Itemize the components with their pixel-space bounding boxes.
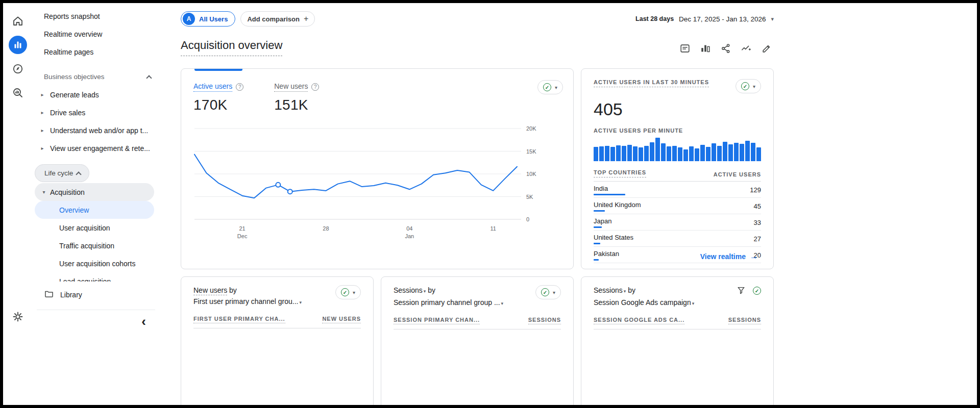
sidebar-item-user-acquisition-cohorts[interactable]: User acquisition cohorts — [35, 254, 154, 272]
caret-down-icon: ▾ — [692, 301, 695, 306]
selected-tab-indicator — [194, 69, 242, 71]
data-quality-dropdown[interactable]: ✓ ▾ — [535, 285, 561, 299]
column-header: NEW USERS — [322, 316, 361, 323]
sidebar-item-traffic-acquisition[interactable]: Traffic acquisition — [35, 237, 154, 254]
all-users-label: All Users — [199, 15, 228, 23]
add-comparison-button[interactable]: Add comparison + — [240, 11, 315, 27]
country-row: United States 27 — [594, 231, 761, 247]
realtime-minute-bar — [594, 147, 598, 161]
country-bar — [594, 210, 605, 212]
sidebar-section-business-objectives[interactable]: Business objectives — [33, 68, 159, 86]
sidebar-item-library[interactable]: Library — [33, 286, 159, 303]
svg-text:04: 04 — [406, 225, 412, 232]
sessions-by-channel-card: Sessions▾ by Session primary channel gro… — [381, 276, 574, 405]
new-users-value: 151K — [274, 97, 319, 113]
sidebar-section-life-cycle[interactable]: Life cycle — [35, 164, 89, 182]
realtime-minute-bar — [627, 145, 632, 161]
view-realtime-link[interactable]: View realtime → — [697, 251, 761, 262]
share-button[interactable] — [719, 42, 733, 56]
realtime-card: ACTIVE USERS IN LAST 30 MINUTES ✓ ▾ 405 … — [581, 68, 774, 269]
sidebar-item-user-acquisition[interactable]: User acquisition — [35, 219, 154, 237]
caret-down-icon: ▾ — [501, 301, 504, 306]
sidebar-item-lead-acquisition[interactable]: Lead acquisition — [35, 272, 154, 282]
country-value: 33 — [754, 219, 761, 226]
realtime-minute-bar — [728, 144, 733, 161]
sidebar-item-view-user-engagement[interactable]: ▸ View user engagement & rete... — [33, 139, 159, 157]
realtime-minute-bar — [622, 146, 626, 161]
nav-home-button[interactable] — [7, 10, 29, 33]
column-header: SESSION PRIMARY CHAN... — [394, 317, 480, 324]
realtime-minute-bar — [672, 146, 677, 161]
country-name: United States — [594, 234, 633, 241]
compare-button[interactable] — [698, 42, 713, 56]
nav-admin-button[interactable] — [7, 306, 29, 328]
active-users-header: ACTIVE USERS — [714, 171, 761, 177]
realtime-minute-bar — [706, 147, 710, 161]
country-bar — [594, 226, 602, 228]
filter-icon — [737, 286, 746, 296]
realtime-minute-bar — [689, 146, 694, 161]
notes-button[interactable] — [678, 42, 692, 56]
caret-right-icon: ▸ — [39, 92, 45, 97]
sidebar-item-generate-leads[interactable]: ▸ Generate leads — [33, 86, 159, 104]
column-header: SESSION GOOGLE ADS CA... — [594, 317, 684, 324]
date-range-picker[interactable]: Last 28 days Dec 17, 2025 - Jan 13, 2026… — [635, 15, 774, 23]
help-icon[interactable]: ? — [236, 83, 243, 91]
active-users-label: Active users — [193, 82, 232, 92]
help-icon[interactable]: ? — [311, 83, 319, 91]
filter-button[interactable] — [736, 285, 747, 296]
realtime-minute-bar — [683, 149, 688, 161]
realtime-minute-bar — [740, 144, 744, 161]
realtime-minute-bar — [756, 147, 761, 161]
sidebar-item-acquisition[interactable]: ▾ Acquisition — [35, 183, 154, 201]
insights-button[interactable] — [739, 42, 753, 56]
sidebar-item-understand-web-app[interactable]: ▸ Understand web and/or app t... — [33, 121, 159, 139]
sidebar-item-drive-sales[interactable]: ▸ Drive sales — [33, 104, 159, 121]
svg-text:5K: 5K — [526, 194, 533, 200]
metric-active-users[interactable]: Active users ? 170K — [193, 82, 243, 113]
by-label: by — [626, 286, 635, 294]
nav-advertising-button[interactable] — [7, 82, 29, 105]
caret-down-icon: ▾ — [41, 189, 47, 195]
caret-down-icon: ▾ — [299, 300, 302, 305]
country-row: United Kingdom 45 — [594, 198, 761, 214]
sidebar-item-realtime-pages[interactable]: Realtime pages — [33, 43, 159, 61]
dimension-picker[interactable]: First user primary channel grou...▾ — [193, 297, 302, 305]
by-label: by — [227, 286, 237, 294]
realtime-active-users-value: 405 — [594, 99, 761, 119]
country-name: Japan — [594, 217, 611, 225]
explore-icon — [12, 63, 24, 76]
nav-reports-button[interactable] — [7, 34, 29, 56]
data-quality-dropdown[interactable]: ✓ ▾ — [736, 79, 761, 93]
data-quality-dropdown[interactable]: ✓ ▾ — [335, 285, 361, 299]
note-icon — [679, 43, 691, 56]
top-countries-header: TOP COUNTRIES — [594, 169, 646, 177]
check-circle-icon[interactable]: ✓ — [753, 287, 761, 295]
nav-explore-button[interactable] — [7, 58, 29, 81]
metric-picker[interactable]: Sessions▾ — [394, 286, 426, 294]
metric-picker[interactable]: New users — [193, 286, 227, 295]
country-value: 27 — [754, 235, 761, 243]
metric-picker[interactable]: Sessions▾ — [594, 286, 626, 294]
sidebar-item-label: Understand web and/or app t... — [50, 126, 148, 135]
dimension-picker[interactable]: Session Google Ads campaign▾ — [594, 298, 694, 307]
data-quality-dropdown[interactable]: ✓ ▾ — [537, 80, 563, 94]
sidebar-item-realtime-overview[interactable]: Realtime overview — [33, 25, 159, 43]
plus-icon: + — [304, 14, 308, 23]
caret-down-icon: ▾ — [555, 85, 557, 90]
active-users-line-chart: 05K10K15K20K21Dec2804Jan11 — [192, 121, 568, 248]
all-users-chip[interactable]: A All Users — [181, 11, 235, 27]
realtime-minute-bar — [655, 138, 660, 161]
metric-new-users[interactable]: New users ? 151K — [274, 82, 319, 113]
country-row: India 129 — [594, 182, 761, 198]
sidebar-item-label: Lead acquisition — [59, 277, 111, 282]
dimension-picker[interactable]: Session primary channel group ...▾ — [394, 298, 503, 307]
realtime-minute-bar — [605, 146, 609, 161]
edit-button[interactable] — [760, 42, 774, 56]
realtime-minute-bar — [599, 146, 604, 161]
caret-down-icon: ▾ — [771, 16, 774, 22]
sidebar-item-overview[interactable]: Overview — [35, 201, 154, 219]
sidebar-item-reports-snapshot[interactable]: Reports snapshot — [33, 7, 159, 25]
collapse-sidebar-button[interactable]: ‹ — [138, 314, 149, 328]
svg-text:10K: 10K — [526, 171, 536, 177]
